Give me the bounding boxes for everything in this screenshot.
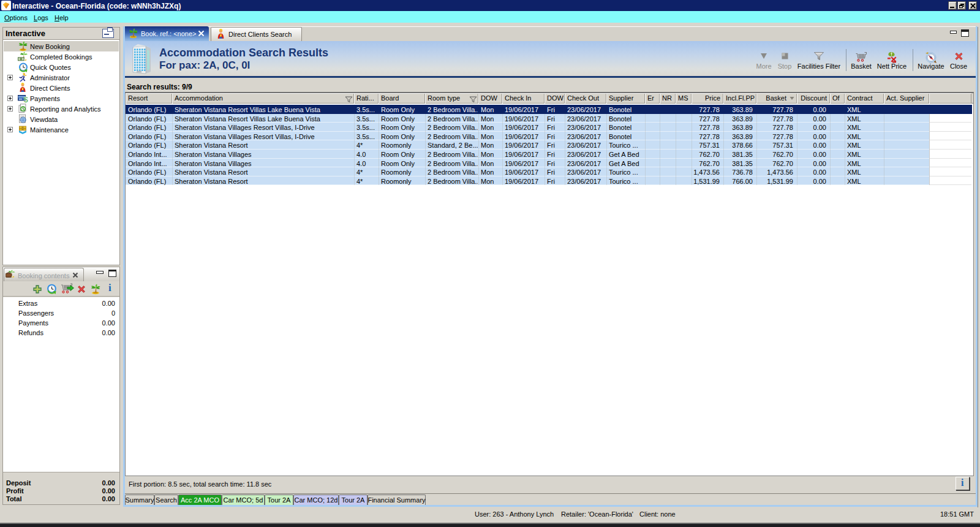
svg-text:$: $ bbox=[24, 95, 29, 103]
